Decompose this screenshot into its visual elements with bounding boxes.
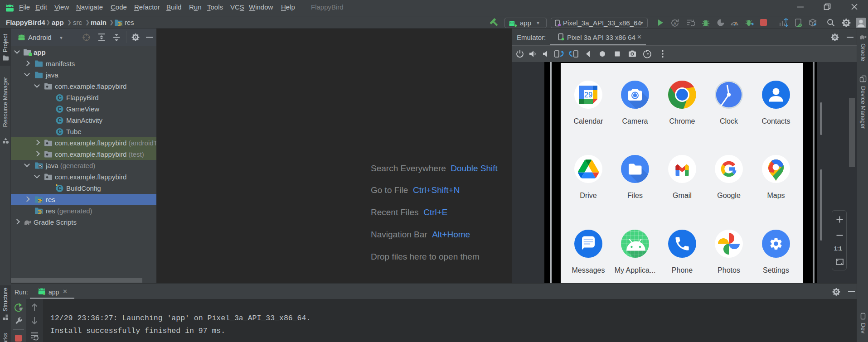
svg-text:A: A bbox=[674, 21, 677, 26]
svg-text:29: 29 bbox=[584, 91, 592, 99]
